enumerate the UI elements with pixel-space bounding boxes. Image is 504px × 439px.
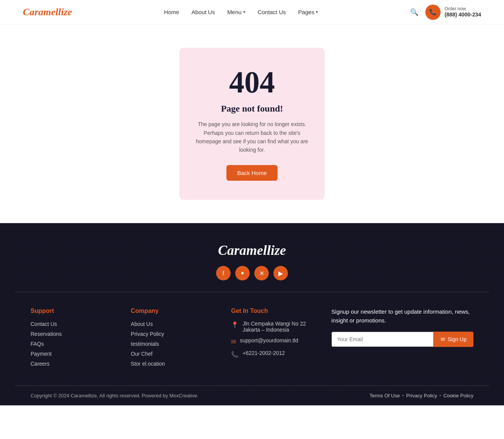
social-icons: f ● ✕ ▶ [8, 266, 496, 280]
list-item: Careers [31, 360, 120, 367]
footer-col-contact: Get In Touch 📍 Jln Cempaka Wangi No 22 J… [231, 308, 320, 370]
error-code: 404 [195, 67, 309, 97]
twitter-x-icon[interactable]: ✕ [254, 266, 269, 280]
search-button[interactable]: 🔍 [410, 8, 418, 16]
footer-logo: Caramellize [8, 242, 496, 258]
separator: • [439, 393, 441, 399]
contact-phone: 📞 +6221-2002-2012 [231, 350, 320, 358]
list-item: Contact Us [31, 321, 120, 327]
order-label: Order now [444, 6, 481, 11]
location-icon: 📍 [231, 321, 239, 329]
support-links: Contact Us Reservations FAQs Payment Car… [31, 321, 120, 367]
footer-columns: Support Contact Us Reservations FAQs Pay… [0, 292, 504, 386]
company-link-about[interactable]: About Us [131, 321, 153, 327]
footer-copyright: Copyright © 2024 Caramellize, All rights… [31, 393, 199, 399]
error-description: The page you are looking for no longer e… [195, 120, 309, 154]
list-item: About Us [131, 321, 220, 327]
support-link-reservations[interactable]: Reservations [31, 331, 62, 337]
main-content: 404 Page not found! The page you are loo… [0, 24, 504, 223]
error-card: 404 Page not found! The page you are loo… [179, 48, 325, 200]
phone-icon: 📞 [231, 351, 239, 358]
contact-email: ✉ support@yourdomain.tld [231, 337, 320, 345]
support-link-payment[interactable]: Payment [31, 351, 52, 357]
terms-of-use-link[interactable]: Terms Of Use [370, 393, 400, 399]
list-item: Payment [31, 350, 120, 357]
footer-col-support: Support Contact Us Reservations FAQs Pay… [31, 308, 120, 370]
footer-bottom: Copyright © 2024 Caramellize, All rights… [15, 386, 489, 405]
main-nav: Home About Us Menu ▾ Contact Us Pages ▾ [164, 9, 318, 15]
support-heading: Support [31, 308, 120, 314]
footer-top: Caramellize f ● ✕ ▶ [0, 223, 504, 292]
newsletter-signup-button[interactable]: ✉ Sign Up [434, 332, 473, 347]
order-phone: (888) 4000-234 [444, 11, 481, 18]
footer-col-company: Company About Us Privacy Policy testimon… [131, 308, 220, 370]
search-icon: 🔍 [410, 8, 418, 16]
company-link-store[interactable]: Stor el.ocation [131, 361, 165, 367]
company-heading: Company [131, 308, 220, 314]
instagram-icon[interactable]: ● [235, 266, 250, 280]
support-link-faqs[interactable]: FAQs [31, 341, 44, 347]
nav-home[interactable]: Home [164, 9, 179, 15]
footer: Caramellize f ● ✕ ▶ Support Contact Us R… [0, 223, 504, 405]
header: Caramellize Home About Us Menu ▾ Contact… [0, 0, 504, 24]
separator: • [402, 393, 404, 399]
nav-contact[interactable]: Contact Us [258, 9, 286, 15]
footer-bottom-links: Terms Of Use • Privacy Policy • Cookie P… [370, 393, 473, 399]
company-links: About Us Privacy Policy testimonials Our… [131, 321, 220, 367]
footer-inner: Caramellize f ● ✕ ▶ Support Contact Us R… [0, 223, 504, 405]
header-right: 🔍 📞 Order now (888) 4000-234 [410, 5, 481, 20]
list-item: Privacy Policy [131, 330, 220, 337]
envelope-icon: ✉ [441, 336, 445, 342]
footer-col-newsletter: Signup our newsletter to get update info… [331, 308, 473, 370]
cookie-policy-link[interactable]: Cookie Policy [443, 393, 473, 399]
newsletter-form: ✉ Sign Up [331, 332, 473, 347]
newsletter-heading: Signup our newsletter to get update info… [331, 308, 473, 325]
newsletter-email-input[interactable] [331, 332, 434, 347]
support-link-contact[interactable]: Contact Us [31, 321, 57, 327]
list-item: Stor el.ocation [131, 360, 220, 367]
nav-about[interactable]: About Us [191, 9, 215, 15]
list-item: testimonials [131, 340, 220, 347]
back-home-button[interactable]: Back Home [226, 165, 278, 181]
facebook-icon[interactable]: f [216, 266, 231, 280]
header-logo[interactable]: Caramellize [23, 6, 72, 18]
nav-menu[interactable]: Menu ▾ [227, 9, 246, 15]
chevron-down-icon: ▾ [316, 10, 318, 15]
list-item: Our Chef [131, 350, 220, 357]
error-title: Page not found! [195, 104, 309, 114]
support-link-careers[interactable]: Careers [31, 361, 50, 367]
company-link-testimonials[interactable]: testimonials [131, 341, 159, 347]
order-now-button[interactable]: 📞 Order now (888) 4000-234 [425, 5, 481, 20]
company-link-chef[interactable]: Our Chef [131, 351, 153, 357]
list-item: Reservations [31, 330, 120, 337]
nav-pages[interactable]: Pages ▾ [298, 9, 318, 15]
list-item: FAQs [31, 340, 120, 347]
email-icon: ✉ [231, 338, 236, 345]
youtube-icon[interactable]: ▶ [273, 266, 288, 280]
phone-icon: 📞 [425, 5, 441, 20]
contact-address: 📍 Jln Cempaka Wangi No 22 Jakarta – Indo… [231, 321, 320, 333]
chevron-down-icon: ▾ [243, 10, 246, 15]
privacy-policy-link[interactable]: Privacy Policy [406, 393, 437, 399]
contact-heading: Get In Touch [231, 308, 320, 314]
company-link-privacy[interactable]: Privacy Policy [131, 331, 164, 337]
